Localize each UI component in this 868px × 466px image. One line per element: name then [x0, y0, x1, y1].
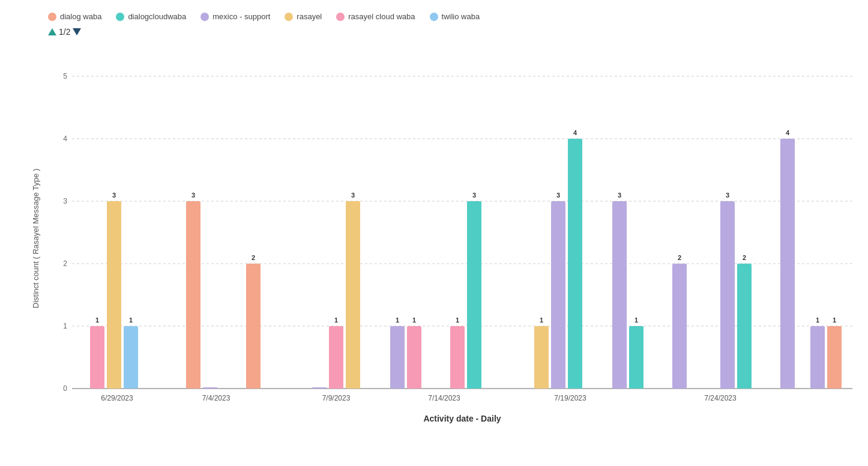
bar-label-0727-1b: 1 — [833, 316, 836, 324]
bar-rasayel-cloud-0713 — [450, 326, 465, 389]
x-tick-0724: 7/24/2023 — [704, 394, 737, 402]
bar-mexico-0709 — [312, 387, 327, 389]
bar-mexico-0721 — [672, 264, 687, 389]
legend-dot-twilio-waba — [430, 13, 438, 21]
legend-label-mexico-support: mexico - support — [212, 12, 270, 21]
legend-label-dialogcloudwaba: dialogcloudwaba — [128, 12, 186, 21]
y-label-0: 0 — [63, 384, 67, 393]
bar-dialog-0704 — [186, 201, 200, 389]
x-axis-title: Activity date - Daily — [423, 414, 501, 423]
legend-dot-rasayel — [285, 13, 293, 21]
legend-label-dialog-waba: dialog waba — [60, 12, 101, 21]
legend-item-dialogcloudwaba: dialogcloudwaba — [116, 12, 186, 21]
bar-rasayel-0629 — [107, 201, 121, 389]
x-tick-0719: 7/19/2023 — [554, 394, 586, 402]
legend-item-rasayel: rasayel — [285, 12, 322, 21]
bar-rasayel-0709 — [346, 201, 360, 389]
pagination-next-icon[interactable] — [73, 28, 81, 35]
chart-legend: dialog waba dialogcloudwaba mexico - sup… — [12, 12, 850, 21]
legend-dot-dialogcloudwaba — [116, 13, 124, 21]
y-axis-title: Distinct count ( Rasayel Message Type ) — [31, 169, 40, 308]
bar-label-0713-1: 1 — [456, 316, 459, 324]
legend-item-dialog-waba: dialog waba — [48, 12, 101, 21]
legend-dot-dialog-waba — [48, 13, 56, 21]
chart-svg: Distinct count ( Rasayel Message Type ) … — [30, 40, 862, 431]
x-tick-0629: 6/29/2023 — [101, 394, 133, 402]
bar-dialog-0727 — [827, 326, 842, 389]
bar-label-0718-1: 1 — [540, 316, 543, 324]
x-tick-0709: 7/9/2023 — [322, 394, 351, 402]
y-label-3: 3 — [63, 197, 67, 205]
bar-label-0726-4: 4 — [786, 129, 790, 136]
bar-label-0721-2: 2 — [678, 254, 681, 261]
bar-dialogcloud-0718 — [568, 139, 582, 389]
bar-label-0718-4: 4 — [573, 129, 577, 136]
bar-rasayel-0718 — [534, 326, 549, 389]
bar-mexico-0719 — [612, 201, 627, 389]
bar-label-0719-3: 3 — [618, 192, 621, 199]
bar-rasayel-cloud-waba-0629 — [90, 326, 104, 389]
chart-container: dialog waba dialogcloudwaba mexico - sup… — [0, 0, 868, 466]
bar-label-0706-2: 2 — [252, 254, 255, 261]
legend-dot-rasayel-cloud-waba — [336, 13, 345, 21]
bar-label-0724-2: 2 — [743, 254, 746, 261]
bar-label-0724-3: 3 — [726, 192, 729, 199]
pagination-text: 1/2 — [59, 27, 70, 37]
legend-label-rasayel: rasayel — [297, 12, 322, 21]
bar-dialogcloud-0724 — [737, 264, 752, 389]
y-label-2: 2 — [63, 259, 67, 268]
bar-dialogcloud-0713 — [467, 201, 481, 389]
bar-rasayel-cloud-0709 — [329, 326, 343, 389]
legend-item-twilio-waba: twilio waba — [430, 12, 480, 21]
bar-label-0629-tw1: 1 — [129, 316, 133, 324]
bar-twilio-0629 — [124, 326, 138, 389]
bar-label-0711-1b: 1 — [412, 316, 416, 324]
bar-mexico-0704 — [203, 387, 217, 389]
bar-label-0727-1: 1 — [816, 316, 819, 324]
legend-label-twilio-waba: twilio waba — [442, 12, 480, 21]
bar-label-0709-3: 3 — [351, 192, 355, 199]
bar-mexico-0711 — [390, 326, 405, 389]
bar-mexico-0727 — [810, 326, 825, 389]
y-label-4: 4 — [63, 135, 67, 143]
bar-mexico-0724 — [720, 201, 735, 389]
bar-label-0629-3: 3 — [112, 192, 116, 199]
bar-label-0711-1: 1 — [396, 316, 399, 324]
bar-dialogcloud-0719 — [629, 326, 643, 389]
x-tick-0704: 7/4/2023 — [202, 394, 231, 402]
legend-label-rasayel-cloud-waba: rasayel cloud waba — [348, 12, 415, 21]
bar-label-0713-3: 3 — [472, 192, 476, 199]
bar-label-0709-1: 1 — [334, 316, 338, 324]
chart-pagination: 1/2 — [12, 27, 850, 37]
bar-label-0704-3: 3 — [191, 192, 195, 199]
y-label-5: 5 — [63, 72, 67, 80]
x-tick-0714: 7/14/2023 — [428, 394, 460, 402]
bar-mexico-0718 — [551, 201, 565, 389]
pagination-prev-icon[interactable] — [48, 28, 56, 35]
bar-label-0629-1: 1 — [95, 316, 99, 324]
bar-dialog-0706 — [246, 264, 261, 389]
bar-mexico-0726 — [780, 139, 795, 389]
bar-label-0719-1: 1 — [634, 316, 638, 324]
bar-label-0718-3: 3 — [556, 192, 560, 199]
bar-rasayel-cloud-0711 — [407, 326, 421, 389]
legend-item-mexico-support: mexico - support — [200, 12, 270, 21]
legend-item-rasayel-cloud-waba: rasayel cloud waba — [336, 12, 415, 21]
legend-dot-mexico-support — [200, 13, 209, 21]
y-label-1: 1 — [63, 322, 67, 330]
